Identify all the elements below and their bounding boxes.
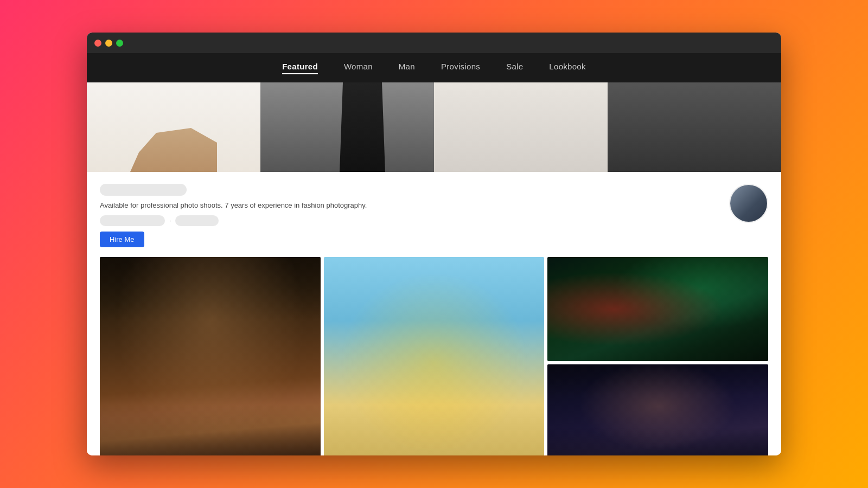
photo-man-green-jacket <box>547 257 768 361</box>
photo-grid-item-2[interactable] <box>547 257 768 361</box>
name-badge <box>100 184 187 196</box>
tags-row: · <box>100 215 718 226</box>
nav-item-woman[interactable]: Woman <box>344 62 373 74</box>
hero-image-shoes <box>87 82 260 172</box>
hero-panel-black-outfit <box>260 82 434 172</box>
photo-grid-item-1[interactable] <box>100 257 321 456</box>
traffic-light-minimize[interactable] <box>105 40 112 47</box>
hero-image-black-outfit <box>260 82 434 172</box>
hero-panel-dark-shoes <box>608 82 781 172</box>
hero-image-dark-shoes <box>608 82 781 172</box>
browser-window: Featured Woman Man Provisions Sale Lookb… <box>87 33 781 455</box>
nav-items: Featured Woman Man Provisions Sale Lookb… <box>282 62 586 74</box>
traffic-lights <box>94 40 123 47</box>
avatar-image <box>730 185 767 222</box>
hire-me-button[interactable]: Hire Me <box>100 232 144 247</box>
info-right <box>729 184 768 223</box>
hero-strip <box>87 82 781 172</box>
tag-pill-2 <box>175 215 219 226</box>
photo-woman-purple-hair <box>100 257 321 456</box>
content-area: Available for professional photo shoots.… <box>87 172 781 455</box>
info-description: Available for professional photo shoots.… <box>100 200 718 211</box>
hero-panel-shoes <box>87 82 260 172</box>
photo-woman-red-sunglasses <box>547 364 768 456</box>
info-left: Available for professional photo shoots.… <box>100 184 718 247</box>
nav-item-lookbook[interactable]: Lookbook <box>549 62 585 74</box>
photo-grid-item-3[interactable] <box>547 364 768 456</box>
info-section: Available for professional photo shoots.… <box>87 172 781 257</box>
nav-item-man[interactable]: Man <box>399 62 415 74</box>
nav-item-sale[interactable]: Sale <box>506 62 523 74</box>
photo-grid-item-4[interactable] <box>324 257 545 456</box>
photo-grid <box>87 257 781 456</box>
tag-pill-1 <box>100 215 165 226</box>
hero-panel-beige-outfit <box>434 82 608 172</box>
photo-woman-yellow <box>324 257 545 456</box>
tag-dot: · <box>169 217 171 224</box>
traffic-light-close[interactable] <box>94 40 101 47</box>
nav-item-provisions[interactable]: Provisions <box>441 62 480 74</box>
traffic-light-fullscreen[interactable] <box>116 40 123 47</box>
avatar <box>729 184 768 223</box>
navbar: Featured Woman Man Provisions Sale Lookb… <box>87 53 781 82</box>
nav-item-featured[interactable]: Featured <box>282 62 318 74</box>
hero-image-beige-outfit <box>434 82 608 172</box>
title-bar <box>87 33 781 53</box>
